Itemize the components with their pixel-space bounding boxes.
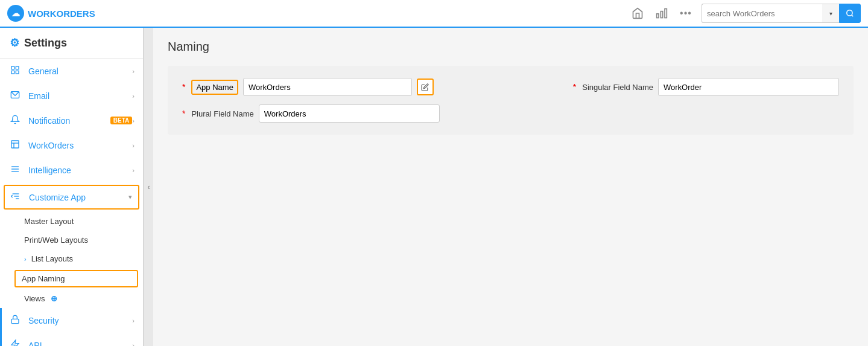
svg-rect-2 <box>657 14 659 18</box>
sidebar-collapse-button[interactable]: ‹ <box>144 28 153 346</box>
sidebar-item-general[interactable]: General › <box>0 59 143 83</box>
general-icon <box>10 65 22 77</box>
email-icon <box>10 90 22 101</box>
notification-icon <box>10 115 22 126</box>
search-bar: ▾ <box>702 4 861 23</box>
api-icon <box>10 339 22 346</box>
plural-field-group: * Plural Field Name <box>182 104 440 123</box>
intelligence-icon <box>10 164 22 176</box>
sub-item-print-web-layouts[interactable]: Print/Web Layouts <box>10 231 143 249</box>
sidebar-item-workorders[interactable]: WorkOrders › <box>0 133 143 158</box>
singular-field-label: Singular Field Name <box>582 83 653 92</box>
sub-item-list-layouts[interactable]: › List Layouts <box>10 249 143 268</box>
svg-rect-8 <box>11 71 14 74</box>
search-submit-button[interactable] <box>839 4 861 23</box>
general-arrow-icon: › <box>132 68 135 75</box>
sub-item-views[interactable]: Views ⊕ <box>10 289 143 308</box>
sidebar-intelligence-label: Intelligence <box>28 165 132 175</box>
app-name-label: App Name <box>191 80 238 95</box>
analytics-button[interactable] <box>651 2 673 24</box>
search-input[interactable] <box>702 4 822 23</box>
main-layout: ⚙ Settings General › Email › Notificatio… <box>0 28 868 346</box>
app-name-group: * App Name <box>182 78 434 96</box>
app-name-edit-button[interactable] <box>417 78 434 95</box>
master-layout-label: Master Layout <box>24 217 74 226</box>
home-button[interactable] <box>627 2 648 24</box>
top-navigation: ☁ WORKORDERS ••• ▾ <box>0 0 868 28</box>
svg-rect-10 <box>11 141 19 148</box>
customize-app-sub-items: Master Layout Print/Web Layouts › List L… <box>0 212 143 308</box>
customize-app-icon <box>11 191 23 203</box>
sidebar-workorders-label: WorkOrders <box>28 141 132 150</box>
svg-point-3 <box>847 10 852 16</box>
singular-required: * <box>573 82 576 92</box>
search-dropdown-button[interactable]: ▾ <box>822 4 839 23</box>
api-arrow-icon: › <box>132 342 135 347</box>
singular-field-group: * Singular Field Name <box>573 78 839 96</box>
nav-icon-group: ••• <box>627 2 697 24</box>
brand-name: WORKORDERS <box>28 8 95 19</box>
sidebar-general-label: General <box>28 66 132 76</box>
sidebar-notification-label: Notification <box>28 116 107 126</box>
sidebar-security-label: Security <box>28 316 132 325</box>
svg-marker-20 <box>11 340 19 346</box>
sidebar-item-customize-app[interactable]: Customize App ▾ <box>4 185 139 210</box>
sidebar-item-security[interactable]: Security › <box>0 308 143 333</box>
sidebar-item-api[interactable]: API › <box>0 333 143 346</box>
intelligence-arrow-icon: › <box>132 167 135 174</box>
svg-rect-19 <box>11 319 19 323</box>
security-icon <box>10 315 22 326</box>
sidebar: ⚙ Settings General › Email › Notificatio… <box>0 28 144 346</box>
brand-logo[interactable]: ☁ WORKORDERS <box>7 5 95 22</box>
naming-form: * App Name * Singular Field Name <box>168 66 854 135</box>
notification-arrow-icon: › <box>132 117 135 124</box>
print-web-layouts-label: Print/Web Layouts <box>24 235 88 245</box>
security-arrow-icon: › <box>132 317 135 324</box>
email-arrow-icon: › <box>132 92 135 100</box>
workorders-arrow-icon: › <box>132 142 135 149</box>
singular-field-input[interactable] <box>658 78 839 96</box>
customize-app-chevron-icon: ▾ <box>128 193 132 201</box>
form-row-plural: * Plural Field Name <box>182 104 839 123</box>
settings-label: Settings <box>24 37 67 50</box>
settings-gear-icon: ⚙ <box>10 36 19 50</box>
sidebar-item-intelligence[interactable]: Intelligence › <box>0 158 143 182</box>
settings-header: ⚙ Settings <box>0 28 143 59</box>
list-layouts-chevron-icon: › <box>24 255 27 263</box>
list-layouts-label: List Layouts <box>31 254 73 263</box>
sidebar-item-email[interactable]: Email › <box>0 83 143 108</box>
sidebar-customize-app-label: Customize App <box>29 193 128 202</box>
plural-field-label: Plural Field Name <box>191 109 253 118</box>
svg-rect-6 <box>16 66 19 69</box>
sub-item-master-layout[interactable]: Master Layout <box>10 212 143 231</box>
sidebar-item-notification[interactable]: Notification BETA › <box>0 108 143 133</box>
main-content: Naming * App Name * Singular <box>153 28 868 346</box>
plural-required: * <box>182 109 185 118</box>
sidebar-api-label: API <box>28 341 132 347</box>
svg-rect-7 <box>16 71 19 74</box>
workorders-icon <box>10 139 22 151</box>
app-naming-label: App Naming <box>22 274 65 283</box>
svg-rect-5 <box>11 66 14 69</box>
app-name-required: * <box>182 82 185 92</box>
form-row-names: * App Name * Singular Field Name <box>182 78 839 96</box>
sub-item-app-naming[interactable]: App Naming <box>14 270 138 287</box>
svg-line-4 <box>852 15 854 17</box>
page-title: Naming <box>168 40 854 54</box>
svg-rect-0 <box>665 9 667 18</box>
beta-badge: BETA <box>110 117 132 124</box>
plural-field-input[interactable] <box>259 104 440 123</box>
sidebar-email-label: Email <box>28 91 132 101</box>
more-options-button[interactable]: ••• <box>675 2 697 24</box>
brand-cloud-icon: ☁ <box>7 5 24 22</box>
views-label: Views <box>24 294 45 303</box>
app-name-input[interactable] <box>243 78 412 96</box>
views-add-icon[interactable]: ⊕ <box>51 294 57 303</box>
svg-rect-1 <box>661 11 662 18</box>
